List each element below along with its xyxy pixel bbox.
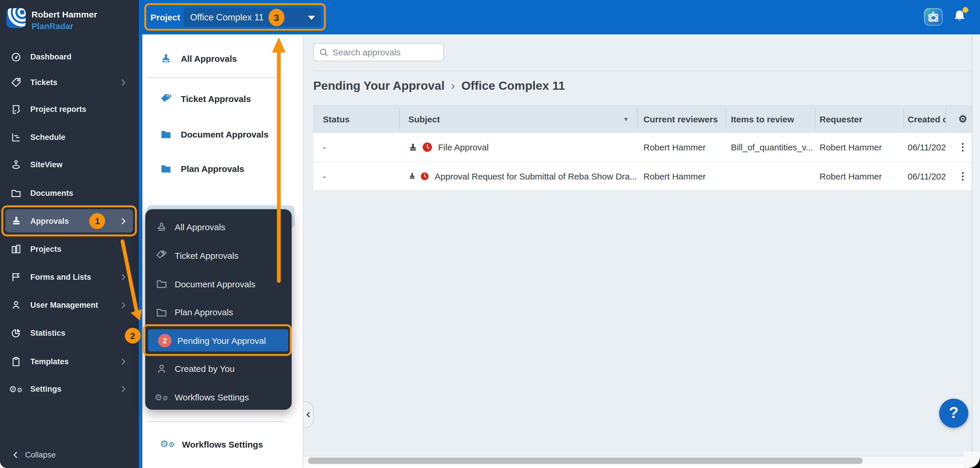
table-row[interactable]: - Approval Request for Submittal of Reba…: [313, 162, 980, 190]
popup-item-plan-approvals[interactable]: Plan Approvals: [145, 301, 292, 323]
connect-icon: [926, 10, 940, 24]
sidebar-item-label: Forms and Lists: [30, 273, 91, 281]
cell-requester: Robert Hammer: [815, 142, 904, 152]
sidebar-item-approvals[interactable]: Approvals 1: [5, 209, 133, 233]
sidebar-item-forms-and-lists[interactable]: Forms and Lists: [0, 265, 139, 289]
subnav-item-label: Workflows Settings: [182, 439, 263, 449]
sidebar-item-label: Templates: [30, 357, 69, 366]
sidebar-item-tickets[interactable]: Tickets: [0, 70, 139, 94]
sidebar-item-dashboard[interactable]: Dashboard: [0, 45, 139, 68]
notifications-button[interactable]: [953, 10, 966, 23]
subnav-item-label: All Approvals: [181, 53, 237, 63]
cell-subject: File Approval: [399, 142, 637, 152]
subnav-item-workflows-settings[interactable]: ⚙⚙ Workflows Settings: [142, 432, 295, 456]
cell-created-on: 06/11/202: [904, 142, 946, 152]
sidebar-accent-strip: [139, 0, 142, 468]
main-content: Pending Your Approval › Office Complex 1…: [303, 34, 972, 468]
scrollbar-gutter: [303, 465, 980, 468]
report-icon: [10, 103, 22, 115]
collapse-sidebar-button[interactable]: Collapse: [0, 446, 139, 463]
gears-icon: ⚙⚙: [10, 383, 22, 395]
clipboard-icon: [10, 355, 22, 367]
sidebar-item-label: Project reports: [30, 105, 86, 113]
popup-item-all-approvals[interactable]: All Approvals: [145, 216, 292, 238]
cell-requester: Robert Hammer: [815, 171, 904, 181]
column-header-created-on[interactable]: Created o: [904, 105, 946, 133]
search-icon: [319, 48, 328, 57]
sidebar-item-label: Dashboard: [30, 52, 72, 61]
sidebar-item-siteview[interactable]: SiteView: [0, 153, 139, 176]
gears-icon: ⚙⚙: [162, 438, 173, 450]
person-icon: [156, 363, 167, 374]
planradar-logo-icon: [6, 8, 25, 31]
sidebar-item-projects[interactable]: Projects: [0, 237, 139, 260]
column-header-current-reviewers[interactable]: Current reviewers: [637, 105, 725, 133]
approvals-table: Status Subject▼ Current reviewers Items …: [313, 105, 980, 190]
row-kebab-menu-icon[interactable]: ⋮: [958, 142, 968, 152]
popup-item-pending-your-approval[interactable]: 2 Pending Your Approval: [148, 329, 288, 351]
popup-item-workflows-settings[interactable]: ⚙⚙ Workflows Settings: [145, 386, 292, 408]
stamp-icon: [160, 52, 172, 64]
folder-icon: [156, 278, 167, 290]
vertical-scrollbar[interactable]: [972, 34, 980, 456]
cell-items-to-review[interactable]: Bill_of_quantities_v...: [725, 142, 815, 152]
sidebar-item-label: Tickets: [30, 78, 57, 87]
connect-app-button[interactable]: [924, 8, 943, 25]
popup-item-created-by-you[interactable]: Created by You: [145, 357, 292, 380]
account-block[interactable]: Robert Hammer PlanRadar: [6, 8, 97, 31]
folder-icon: [160, 163, 172, 174]
sidebar-item-label: Approvals: [30, 217, 69, 225]
subnav-item-label: Ticket Approvals: [181, 94, 251, 103]
subnav-item-all-approvals[interactable]: All Approvals: [142, 47, 295, 70]
search-input[interactable]: [332, 47, 438, 57]
sidebar-item-settings[interactable]: ⚙⚙ Settings: [0, 377, 139, 400]
column-header-subject[interactable]: Subject▼: [399, 105, 637, 133]
project-label: Project: [151, 12, 180, 22]
subnav-item-document-approvals[interactable]: Document Approvals: [142, 122, 295, 146]
sidebar-item-user-management[interactable]: User Management: [0, 293, 139, 316]
column-header-status[interactable]: Status: [313, 105, 399, 133]
subnav-item-ticket-approvals[interactable]: Ticket Approvals: [142, 87, 295, 110]
breadcrumb-project: Office Complex 11: [461, 79, 565, 93]
breadcrumb-current-view[interactable]: Pending Your Approval: [313, 79, 444, 93]
sidebar-item-templates[interactable]: Templates: [0, 350, 139, 373]
sidebar-item-project-reports[interactable]: Project reports: [0, 97, 139, 121]
sidebar-item-statistics[interactable]: Statistics: [0, 321, 139, 344]
help-button[interactable]: ?: [939, 398, 968, 427]
sidebar-item-label: User Management: [30, 300, 98, 309]
stamp-icon: [11, 215, 22, 227]
column-header-requester[interactable]: Requester: [815, 105, 904, 133]
app-window: Robert Hammer PlanRadar Dashboard Ticket…: [0, 0, 980, 468]
cell-status: -: [313, 171, 399, 181]
subject-text[interactable]: File Approval: [438, 142, 488, 152]
table-settings-gear-icon[interactable]: ⚙: [958, 113, 967, 125]
breadcrumb: Pending Your Approval › Office Complex 1…: [313, 79, 565, 93]
sidebar-item-schedule[interactable]: Schedule: [0, 125, 139, 149]
project-selector[interactable]: Office Complex 11: [184, 8, 321, 26]
subject-text[interactable]: Approval Request for Submittal of Reba S…: [434, 171, 637, 181]
horizontal-scrollbar[interactable]: [303, 456, 980, 465]
popup-item-label: Ticket Approvals: [175, 250, 239, 260]
popup-item-document-approvals[interactable]: Document Approvals: [145, 273, 292, 295]
row-kebab-menu-icon[interactable]: ⋮: [958, 171, 968, 181]
chevron-left-icon: [305, 411, 311, 418]
stamp-icon: [408, 171, 416, 181]
cell-current-reviewers: Robert Hammer: [637, 171, 725, 181]
table-row[interactable]: - File Approval Robert Hammer Bill_of_qu…: [313, 133, 980, 162]
subnav-item-label: Plan Approvals: [181, 163, 244, 173]
collapse-panel-handle[interactable]: [303, 401, 313, 428]
divider: [147, 421, 284, 422]
buildings-icon: [10, 243, 22, 255]
flag-icon: [10, 271, 22, 283]
chevron-right-icon: [119, 217, 128, 225]
chevron-right-icon: [119, 357, 128, 365]
sort-caret-icon[interactable]: ▼: [623, 116, 629, 122]
column-header-items-to-review[interactable]: Items to review: [725, 105, 815, 133]
user-name: Robert Hammer: [32, 10, 97, 19]
subnav-item-plan-approvals[interactable]: Plan Approvals: [142, 157, 295, 180]
chevron-right-icon: [119, 273, 128, 281]
popup-item-label: Created by You: [175, 364, 234, 374]
popup-item-ticket-approvals[interactable]: Ticket Approvals: [145, 244, 292, 267]
sidebar-item-documents[interactable]: Documents: [0, 181, 139, 205]
horizontal-scrollbar-thumb[interactable]: [308, 457, 862, 464]
